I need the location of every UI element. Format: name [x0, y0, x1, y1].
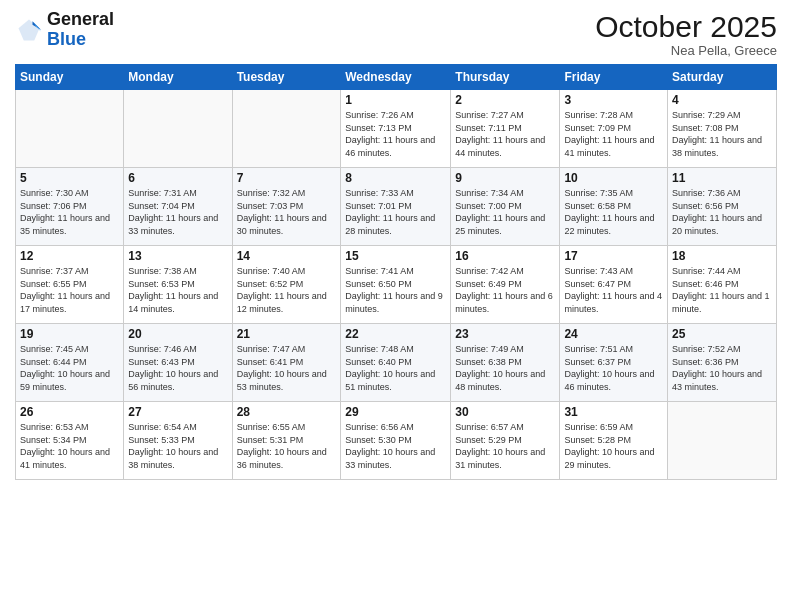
day-info: Sunrise: 7:33 AM Sunset: 7:01 PM Dayligh…	[345, 187, 446, 237]
day-info: Sunrise: 7:47 AM Sunset: 6:41 PM Dayligh…	[237, 343, 337, 393]
table-row: 30Sunrise: 6:57 AM Sunset: 5:29 PM Dayli…	[451, 402, 560, 480]
header-wednesday: Wednesday	[341, 65, 451, 90]
day-number: 8	[345, 171, 446, 185]
table-row: 1Sunrise: 7:26 AM Sunset: 7:13 PM Daylig…	[341, 90, 451, 168]
table-row: 29Sunrise: 6:56 AM Sunset: 5:30 PM Dayli…	[341, 402, 451, 480]
day-info: Sunrise: 7:45 AM Sunset: 6:44 PM Dayligh…	[20, 343, 119, 393]
table-row: 12Sunrise: 7:37 AM Sunset: 6:55 PM Dayli…	[16, 246, 124, 324]
table-row	[232, 90, 341, 168]
table-row: 20Sunrise: 7:46 AM Sunset: 6:43 PM Dayli…	[124, 324, 232, 402]
table-row: 15Sunrise: 7:41 AM Sunset: 6:50 PM Dayli…	[341, 246, 451, 324]
table-row: 27Sunrise: 6:54 AM Sunset: 5:33 PM Dayli…	[124, 402, 232, 480]
day-info: Sunrise: 7:27 AM Sunset: 7:11 PM Dayligh…	[455, 109, 555, 159]
logo: General Blue	[15, 10, 114, 50]
table-row: 2Sunrise: 7:27 AM Sunset: 7:11 PM Daylig…	[451, 90, 560, 168]
table-row: 3Sunrise: 7:28 AM Sunset: 7:09 PM Daylig…	[560, 90, 668, 168]
day-info: Sunrise: 7:42 AM Sunset: 6:49 PM Dayligh…	[455, 265, 555, 315]
day-info: Sunrise: 6:53 AM Sunset: 5:34 PM Dayligh…	[20, 421, 119, 471]
table-row: 5Sunrise: 7:30 AM Sunset: 7:06 PM Daylig…	[16, 168, 124, 246]
day-number: 5	[20, 171, 119, 185]
day-info: Sunrise: 6:59 AM Sunset: 5:28 PM Dayligh…	[564, 421, 663, 471]
day-number: 7	[237, 171, 337, 185]
table-row: 11Sunrise: 7:36 AM Sunset: 6:56 PM Dayli…	[668, 168, 777, 246]
logo-blue: Blue	[47, 29, 86, 49]
day-info: Sunrise: 6:54 AM Sunset: 5:33 PM Dayligh…	[128, 421, 227, 471]
day-number: 28	[237, 405, 337, 419]
table-row: 8Sunrise: 7:33 AM Sunset: 7:01 PM Daylig…	[341, 168, 451, 246]
table-row: 19Sunrise: 7:45 AM Sunset: 6:44 PM Dayli…	[16, 324, 124, 402]
header-saturday: Saturday	[668, 65, 777, 90]
calendar-table: Sunday Monday Tuesday Wednesday Thursday…	[15, 64, 777, 480]
calendar-week-row: 19Sunrise: 7:45 AM Sunset: 6:44 PM Dayli…	[16, 324, 777, 402]
day-info: Sunrise: 7:26 AM Sunset: 7:13 PM Dayligh…	[345, 109, 446, 159]
day-info: Sunrise: 7:46 AM Sunset: 6:43 PM Dayligh…	[128, 343, 227, 393]
table-row: 28Sunrise: 6:55 AM Sunset: 5:31 PM Dayli…	[232, 402, 341, 480]
day-info: Sunrise: 6:57 AM Sunset: 5:29 PM Dayligh…	[455, 421, 555, 471]
logo-general: General	[47, 9, 114, 29]
day-number: 31	[564, 405, 663, 419]
table-row: 23Sunrise: 7:49 AM Sunset: 6:38 PM Dayli…	[451, 324, 560, 402]
table-row: 24Sunrise: 7:51 AM Sunset: 6:37 PM Dayli…	[560, 324, 668, 402]
day-info: Sunrise: 7:43 AM Sunset: 6:47 PM Dayligh…	[564, 265, 663, 315]
day-number: 9	[455, 171, 555, 185]
day-info: Sunrise: 7:52 AM Sunset: 6:36 PM Dayligh…	[672, 343, 772, 393]
day-info: Sunrise: 7:29 AM Sunset: 7:08 PM Dayligh…	[672, 109, 772, 159]
calendar-week-row: 26Sunrise: 6:53 AM Sunset: 5:34 PM Dayli…	[16, 402, 777, 480]
day-number: 29	[345, 405, 446, 419]
day-number: 6	[128, 171, 227, 185]
day-info: Sunrise: 7:30 AM Sunset: 7:06 PM Dayligh…	[20, 187, 119, 237]
page: General Blue October 2025 Nea Pella, Gre…	[0, 0, 792, 612]
day-info: Sunrise: 7:38 AM Sunset: 6:53 PM Dayligh…	[128, 265, 227, 315]
weekday-header-row: Sunday Monday Tuesday Wednesday Thursday…	[16, 65, 777, 90]
day-info: Sunrise: 7:40 AM Sunset: 6:52 PM Dayligh…	[237, 265, 337, 315]
svg-marker-1	[19, 19, 40, 40]
header-tuesday: Tuesday	[232, 65, 341, 90]
calendar-week-row: 5Sunrise: 7:30 AM Sunset: 7:06 PM Daylig…	[16, 168, 777, 246]
month-title: October 2025	[595, 10, 777, 43]
logo-text: General Blue	[47, 10, 114, 50]
table-row: 25Sunrise: 7:52 AM Sunset: 6:36 PM Dayli…	[668, 324, 777, 402]
table-row: 31Sunrise: 6:59 AM Sunset: 5:28 PM Dayli…	[560, 402, 668, 480]
day-number: 18	[672, 249, 772, 263]
table-row: 18Sunrise: 7:44 AM Sunset: 6:46 PM Dayli…	[668, 246, 777, 324]
day-number: 30	[455, 405, 555, 419]
day-info: Sunrise: 7:48 AM Sunset: 6:40 PM Dayligh…	[345, 343, 446, 393]
day-number: 2	[455, 93, 555, 107]
day-number: 10	[564, 171, 663, 185]
calendar-week-row: 12Sunrise: 7:37 AM Sunset: 6:55 PM Dayli…	[16, 246, 777, 324]
day-number: 11	[672, 171, 772, 185]
table-row	[16, 90, 124, 168]
header-thursday: Thursday	[451, 65, 560, 90]
calendar-week-row: 1Sunrise: 7:26 AM Sunset: 7:13 PM Daylig…	[16, 90, 777, 168]
day-info: Sunrise: 7:35 AM Sunset: 6:58 PM Dayligh…	[564, 187, 663, 237]
table-row: 4Sunrise: 7:29 AM Sunset: 7:08 PM Daylig…	[668, 90, 777, 168]
day-number: 25	[672, 327, 772, 341]
table-row: 7Sunrise: 7:32 AM Sunset: 7:03 PM Daylig…	[232, 168, 341, 246]
day-number: 1	[345, 93, 446, 107]
day-number: 14	[237, 249, 337, 263]
day-info: Sunrise: 7:49 AM Sunset: 6:38 PM Dayligh…	[455, 343, 555, 393]
day-number: 13	[128, 249, 227, 263]
day-info: Sunrise: 7:37 AM Sunset: 6:55 PM Dayligh…	[20, 265, 119, 315]
day-number: 27	[128, 405, 227, 419]
day-info: Sunrise: 7:28 AM Sunset: 7:09 PM Dayligh…	[564, 109, 663, 159]
table-row: 21Sunrise: 7:47 AM Sunset: 6:41 PM Dayli…	[232, 324, 341, 402]
table-row: 6Sunrise: 7:31 AM Sunset: 7:04 PM Daylig…	[124, 168, 232, 246]
day-info: Sunrise: 7:51 AM Sunset: 6:37 PM Dayligh…	[564, 343, 663, 393]
day-number: 15	[345, 249, 446, 263]
table-row	[124, 90, 232, 168]
table-row: 13Sunrise: 7:38 AM Sunset: 6:53 PM Dayli…	[124, 246, 232, 324]
day-number: 16	[455, 249, 555, 263]
day-number: 20	[128, 327, 227, 341]
day-number: 22	[345, 327, 446, 341]
day-info: Sunrise: 7:32 AM Sunset: 7:03 PM Dayligh…	[237, 187, 337, 237]
day-number: 3	[564, 93, 663, 107]
table-row: 9Sunrise: 7:34 AM Sunset: 7:00 PM Daylig…	[451, 168, 560, 246]
day-info: Sunrise: 7:41 AM Sunset: 6:50 PM Dayligh…	[345, 265, 446, 315]
table-row: 17Sunrise: 7:43 AM Sunset: 6:47 PM Dayli…	[560, 246, 668, 324]
table-row: 26Sunrise: 6:53 AM Sunset: 5:34 PM Dayli…	[16, 402, 124, 480]
table-row: 14Sunrise: 7:40 AM Sunset: 6:52 PM Dayli…	[232, 246, 341, 324]
table-row: 16Sunrise: 7:42 AM Sunset: 6:49 PM Dayli…	[451, 246, 560, 324]
table-row	[668, 402, 777, 480]
day-info: Sunrise: 6:56 AM Sunset: 5:30 PM Dayligh…	[345, 421, 446, 471]
